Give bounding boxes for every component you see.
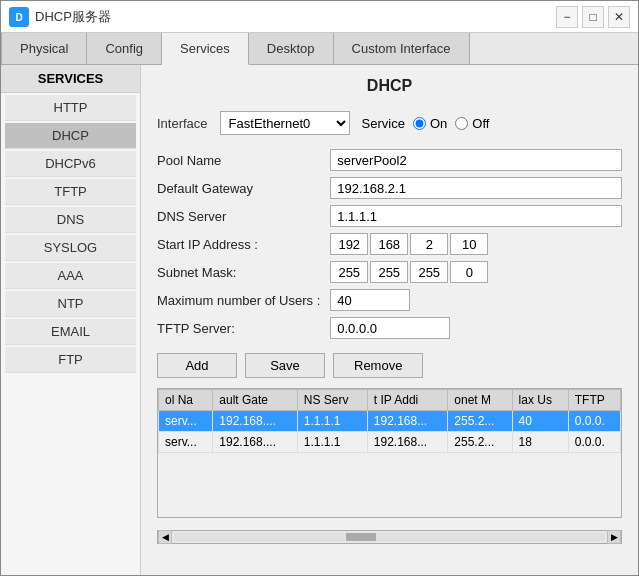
tftp-server-label: TFTP Server: [157, 321, 320, 336]
svg-text:D: D [15, 12, 22, 23]
interface-label: Interface [157, 116, 208, 131]
subnet-mask-2[interactable] [370, 261, 408, 283]
table-header-row: ol Na ault Gate NS Serv t IP Addi onet M… [159, 390, 621, 411]
form-grid: Pool Name Default Gateway DNS Server Sta… [157, 149, 622, 339]
tab-physical[interactable]: Physical [1, 33, 87, 65]
scroll-right-arrow[interactable]: ▶ [607, 530, 621, 544]
sidebar-list: HTTP DHCP DHCPv6 TFTP DNS SYSLOG AAA NTP… [1, 93, 140, 575]
col-subnet: onet M [448, 390, 512, 411]
close-button[interactable]: ✕ [608, 6, 630, 28]
service-label: Service [362, 116, 405, 131]
start-ip-label: Start IP Address : [157, 237, 320, 252]
radio-off-group: Off [455, 116, 489, 131]
sidebar-item-dhcp[interactable]: DHCP [5, 123, 136, 149]
interface-select[interactable]: FastEthernet0 [220, 111, 350, 135]
radio-on[interactable] [413, 117, 426, 130]
col-max-users: lax Us [512, 390, 568, 411]
sidebar-item-syslog[interactable]: SYSLOG [5, 235, 136, 261]
add-button[interactable]: Add [157, 353, 237, 378]
scroll-left-arrow[interactable]: ◀ [158, 530, 172, 544]
title-bar-left: D DHCP服务器 [9, 7, 111, 27]
table-row[interactable]: serv...192.168....1.1.1.1192.168...255.2… [159, 411, 621, 432]
window-title: DHCP服务器 [35, 8, 111, 26]
col-dns: NS Serv [297, 390, 367, 411]
tftp-server-input[interactable] [330, 317, 450, 339]
scroll-track[interactable] [174, 533, 605, 541]
button-row: Add Save Remove [157, 353, 622, 378]
radio-on-group: On [413, 116, 447, 131]
content-area: SERVICES HTTP DHCP DHCPv6 TFTP DNS SYSLO… [1, 65, 638, 575]
minimize-button[interactable]: − [556, 6, 578, 28]
max-users-label: Maximum number of Users : [157, 293, 320, 308]
start-ip-3[interactable] [410, 233, 448, 255]
pool-name-input[interactable] [330, 149, 622, 171]
subnet-mask-label: Subnet Mask: [157, 265, 320, 280]
col-start-ip: t IP Addi [367, 390, 448, 411]
start-ip-1[interactable] [330, 233, 368, 255]
sidebar-item-ftp[interactable]: FTP [5, 347, 136, 373]
save-button[interactable]: Save [245, 353, 325, 378]
start-ip-4[interactable] [450, 233, 488, 255]
max-users-input[interactable] [330, 289, 410, 311]
maximize-button[interactable]: □ [582, 6, 604, 28]
remove-button[interactable]: Remove [333, 353, 423, 378]
table-container: ol Na ault Gate NS Serv t IP Addi onet M… [157, 388, 622, 518]
data-table: ol Na ault Gate NS Serv t IP Addi onet M… [158, 389, 621, 453]
panel-title: DHCP [157, 77, 622, 101]
default-gateway-label: Default Gateway [157, 181, 320, 196]
table-row[interactable]: serv...192.168....1.1.1.1192.168...255.2… [159, 432, 621, 453]
radio-off[interactable] [455, 117, 468, 130]
main-panel: DHCP Interface FastEthernet0 Service On … [141, 65, 638, 575]
dns-server-label: DNS Server [157, 209, 320, 224]
tab-custom-interface[interactable]: Custom Interface [334, 33, 470, 65]
subnet-mask-4[interactable] [450, 261, 488, 283]
pool-name-label: Pool Name [157, 153, 320, 168]
sidebar-item-dns[interactable]: DNS [5, 207, 136, 233]
interface-service-row: Interface FastEthernet0 Service On Off [157, 111, 622, 135]
sidebar-item-tftp[interactable]: TFTP [5, 179, 136, 205]
start-ip-2[interactable] [370, 233, 408, 255]
sidebar-item-email[interactable]: EMAIL [5, 319, 136, 345]
col-pool-name: ol Na [159, 390, 213, 411]
tab-config[interactable]: Config [87, 33, 162, 65]
tab-desktop[interactable]: Desktop [249, 33, 334, 65]
tab-services[interactable]: Services [162, 33, 249, 65]
radio-on-label[interactable]: On [430, 116, 447, 131]
col-tftp: TFTP [568, 390, 620, 411]
subnet-mask-3[interactable] [410, 261, 448, 283]
default-gateway-input[interactable] [330, 177, 622, 199]
horizontal-scrollbar[interactable]: ◀ ▶ [157, 530, 622, 544]
subnet-mask-group [330, 261, 622, 283]
sidebar-item-http[interactable]: HTTP [5, 95, 136, 121]
dns-server-input[interactable] [330, 205, 622, 227]
tab-bar: Physical Config Services Desktop Custom … [1, 33, 638, 65]
sidebar-header: SERVICES [1, 65, 140, 93]
subnet-mask-1[interactable] [330, 261, 368, 283]
radio-off-label[interactable]: Off [472, 116, 489, 131]
sidebar-item-dhcpv6[interactable]: DHCPv6 [5, 151, 136, 177]
scroll-thumb[interactable] [346, 533, 376, 541]
title-controls: − □ ✕ [556, 6, 630, 28]
window: D DHCP服务器 − □ ✕ Physical Config Services… [0, 0, 639, 576]
start-ip-group [330, 233, 622, 255]
col-gateway: ault Gate [213, 390, 298, 411]
sidebar: SERVICES HTTP DHCP DHCPv6 TFTP DNS SYSLO… [1, 65, 141, 575]
app-icon: D [9, 7, 29, 27]
sidebar-item-ntp[interactable]: NTP [5, 291, 136, 317]
sidebar-item-aaa[interactable]: AAA [5, 263, 136, 289]
title-bar: D DHCP服务器 − □ ✕ [1, 1, 638, 33]
service-group: Service On Off [362, 116, 490, 131]
